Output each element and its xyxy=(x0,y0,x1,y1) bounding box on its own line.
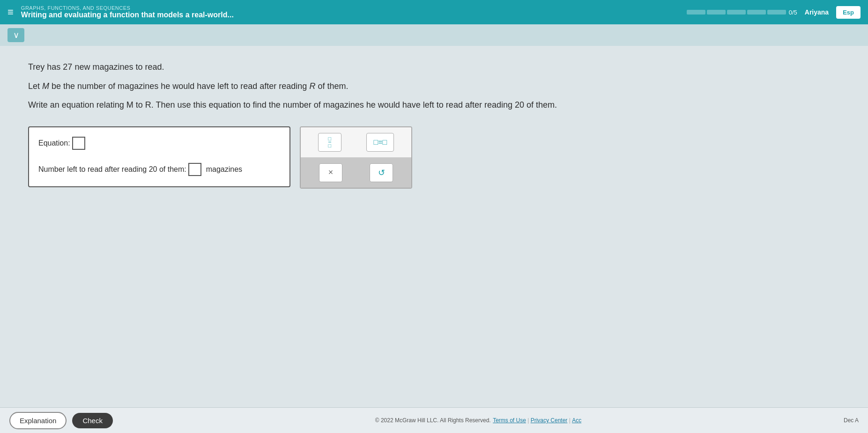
close-key[interactable]: × xyxy=(319,163,342,182)
fraction-numerator: □ xyxy=(328,136,332,142)
math-keyboard-bottom: × ↺ xyxy=(301,158,411,188)
footer-right: Dec A xyxy=(844,417,859,424)
math-keyboard-top: □ □ □=□ xyxy=(301,127,411,158)
footer-copyright: © 2022 McGraw Hill LLC. All Rights Reser… xyxy=(375,417,491,424)
footer-sep-2: | xyxy=(567,417,572,424)
equals-box-icon: □=□ xyxy=(373,138,387,147)
number-left-row: Number left to read after reading 20 of … xyxy=(38,163,275,176)
user-name: Ariyana xyxy=(805,8,829,16)
explanation-button[interactable]: Explanation xyxy=(9,412,67,429)
undo-icon: ↺ xyxy=(378,168,385,178)
problem-line3: Write an equation relating M to R. Then … xyxy=(28,98,840,112)
privacy-link[interactable]: Privacy Center xyxy=(531,417,568,424)
header-subtitle: GRAPHS, FUNCTIONS, AND SEQUENCES xyxy=(21,5,234,11)
problem-line1: Trey has 27 new magazines to read. xyxy=(28,60,840,74)
header: ≡ GRAPHS, FUNCTIONS, AND SEQUENCES Writi… xyxy=(0,0,868,24)
header-right: 0/5 Ariyana Esp xyxy=(687,6,861,19)
progress-segment-4 xyxy=(747,10,766,15)
dropdown-button[interactable]: ∨ xyxy=(7,28,24,42)
fraction-denominator: □ xyxy=(328,142,332,148)
header-title-block: GRAPHS, FUNCTIONS, AND SEQUENCES Writing… xyxy=(21,5,234,19)
math-keyboard: □ □ □=□ × ↺ xyxy=(300,126,412,189)
fraction-key[interactable]: □ □ xyxy=(318,133,341,152)
answer-area: Equation: Number left to read after read… xyxy=(28,126,840,189)
main-content: Trey has 27 new magazines to read. Let M… xyxy=(0,46,868,407)
progress-bar-container: 0/5 xyxy=(687,9,797,16)
number-left-label: Number left to read after reading 20 of … xyxy=(38,165,186,174)
footer-center: © 2022 McGraw Hill LLC. All Rights Reser… xyxy=(119,416,838,425)
progress-segment-1 xyxy=(687,10,705,15)
answer-form: Equation: Number left to read after read… xyxy=(28,126,290,187)
progress-segment-3 xyxy=(727,10,746,15)
magazines-label: magazines xyxy=(206,165,242,174)
terms-link[interactable]: Terms of Use xyxy=(493,417,526,424)
equation-input[interactable] xyxy=(72,137,85,150)
acc-link[interactable]: Acc xyxy=(572,417,581,424)
esp-button[interactable]: Esp xyxy=(836,6,861,19)
progress-segment-5 xyxy=(767,10,786,15)
progress-label: 0/5 xyxy=(789,9,797,16)
progress-segment-2 xyxy=(707,10,726,15)
chevron-down-icon: ∨ xyxy=(13,30,19,40)
menu-icon[interactable]: ≡ xyxy=(7,6,14,18)
header-title: Writing and evaluating a function that m… xyxy=(21,11,234,19)
problem-line2: Let M be the number of magazines he woul… xyxy=(28,79,840,94)
check-button[interactable]: Check xyxy=(72,413,113,428)
number-left-input[interactable] xyxy=(188,163,201,176)
equation-row: Equation: xyxy=(38,137,275,150)
dropdown-row: ∨ xyxy=(0,24,868,46)
undo-key[interactable]: ↺ xyxy=(370,163,393,182)
equals-box-key[interactable]: □=□ xyxy=(366,133,394,152)
footer-sep-1: | xyxy=(526,417,531,424)
progress-segments xyxy=(687,10,786,15)
equation-label: Equation: xyxy=(38,139,70,147)
footer: Explanation Check © 2022 McGraw Hill LLC… xyxy=(0,407,868,433)
footer-date: Dec A xyxy=(844,417,859,424)
times-icon: × xyxy=(328,168,334,177)
